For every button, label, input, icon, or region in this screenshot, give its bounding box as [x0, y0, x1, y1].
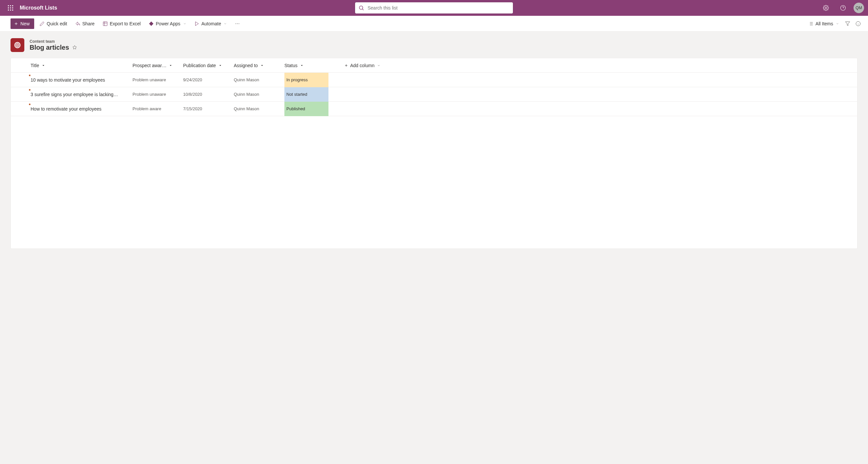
new-item-marker-icon: ✸ — [29, 103, 31, 106]
cell-publication: 9/24/2020 — [183, 77, 234, 82]
help-icon — [840, 5, 846, 11]
svg-point-11 — [825, 7, 827, 9]
cell-prospect: Problem aware — [132, 106, 183, 111]
cell-assigned: Quinn Mason — [234, 92, 284, 97]
cell-assigned: Quinn Mason — [234, 106, 284, 111]
column-label: Prospect awar… — [132, 63, 166, 68]
command-bar: New Quick edit Share Export to Excel Pow… — [0, 16, 868, 32]
table-row[interactable]: ✸ 10 ways to motivate your employees Pro… — [11, 73, 857, 87]
status-badge: In progress — [284, 73, 329, 87]
view-selector[interactable]: All Items — [806, 19, 842, 29]
export-label: Export to Excel — [110, 21, 141, 26]
quick-edit-label: Quick edit — [47, 21, 67, 26]
list-table: Title Prospect awar… Publication date As… — [10, 58, 858, 249]
more-icon — [235, 21, 240, 26]
column-header-prospect[interactable]: Prospect awar… — [132, 63, 183, 68]
cell-status: In progress — [284, 73, 335, 87]
automate-button[interactable]: Automate — [192, 19, 230, 29]
svg-rect-3 — [8, 7, 9, 8]
list-header: Content team Blog articles — [10, 38, 858, 52]
export-button[interactable]: Export to Excel — [100, 19, 143, 29]
svg-rect-7 — [10, 9, 11, 10]
svg-rect-5 — [12, 7, 13, 8]
column-header-title[interactable]: Title — [31, 63, 132, 68]
add-column-button[interactable]: Add column — [335, 63, 380, 68]
column-label: Title — [31, 63, 39, 68]
new-item-marker-icon: ✸ — [29, 89, 31, 91]
cell-status: Published — [284, 102, 335, 116]
svg-point-19 — [236, 23, 236, 24]
svg-rect-8 — [12, 9, 13, 10]
status-badge: Published — [284, 102, 329, 116]
svg-point-9 — [360, 6, 363, 9]
top-bar: Microsoft Lists QM — [0, 0, 868, 16]
chevron-down-icon — [377, 64, 380, 67]
excel-icon — [102, 21, 108, 26]
toolbar-right: All Items — [806, 19, 863, 29]
settings-button[interactable] — [819, 0, 833, 16]
svg-marker-28 — [845, 22, 849, 26]
svg-point-34 — [17, 45, 18, 46]
cell-title: 10 ways to motivate your employees — [31, 77, 132, 83]
svg-point-12 — [841, 6, 846, 10]
plus-icon — [344, 63, 348, 67]
list-title: Blog articles — [30, 44, 69, 51]
table-row[interactable]: ✸ 3 surefire signs your employee is lack… — [11, 87, 857, 102]
info-icon — [856, 21, 861, 26]
svg-line-10 — [362, 9, 364, 10]
column-label: Publication date — [183, 63, 216, 68]
svg-point-20 — [237, 23, 238, 24]
quick-edit-button[interactable]: Quick edit — [37, 19, 70, 29]
power-apps-button[interactable]: Power Apps — [146, 19, 189, 29]
svg-marker-35 — [73, 46, 76, 49]
search-box[interactable] — [355, 2, 513, 13]
column-label: Status — [284, 63, 298, 68]
team-name: Content team — [30, 39, 77, 44]
svg-rect-1 — [10, 5, 11, 6]
star-icon[interactable] — [72, 45, 77, 50]
cell-title: 3 surefire signs your employee is lackin… — [31, 92, 132, 97]
cell-publication: 7/15/2020 — [183, 106, 234, 111]
add-column-label: Add column — [350, 63, 374, 68]
list-header-text: Content team Blog articles — [30, 39, 77, 51]
new-button[interactable]: New — [10, 19, 34, 29]
column-header-publication[interactable]: Publication date — [183, 63, 234, 68]
view-label: All Items — [815, 21, 833, 26]
table-header: Title Prospect awar… Publication date As… — [11, 58, 857, 73]
more-button[interactable] — [232, 19, 243, 29]
column-header-status[interactable]: Status — [284, 63, 335, 68]
column-label: Assigned to — [234, 63, 258, 68]
avatar[interactable]: QM — [854, 3, 864, 13]
status-badge: Not started — [284, 87, 329, 102]
cell-prospect: Problem unaware — [132, 77, 183, 82]
chevron-down-icon — [300, 64, 304, 67]
share-button[interactable]: Share — [72, 19, 97, 29]
table-row[interactable]: ✸ How to remotivate your employees Probl… — [11, 102, 857, 116]
chevron-down-icon — [836, 22, 839, 25]
filter-button[interactable] — [843, 19, 852, 29]
svg-point-21 — [239, 23, 239, 24]
chevron-down-icon — [183, 22, 186, 25]
app-name: Microsoft Lists — [20, 5, 57, 11]
help-button[interactable] — [836, 0, 849, 16]
search-input[interactable] — [368, 5, 509, 10]
target-icon — [14, 41, 21, 49]
list-view-icon — [808, 21, 813, 26]
column-header-assigned[interactable]: Assigned to — [234, 63, 284, 68]
info-button[interactable] — [854, 19, 863, 29]
svg-rect-16 — [103, 22, 107, 26]
column-header-add: Add column — [335, 63, 394, 68]
table-body: ✸ 10 ways to motivate your employees Pro… — [11, 73, 857, 116]
content-area: Content team Blog articles Title Prospec… — [0, 32, 868, 255]
powerapps-icon — [149, 21, 154, 26]
plus-icon — [14, 21, 19, 26]
app-launcher-icon[interactable] — [3, 0, 19, 16]
gear-icon — [823, 5, 829, 11]
chevron-down-icon — [224, 22, 227, 25]
cell-publication: 10/8/2020 — [183, 92, 234, 97]
new-button-label: New — [20, 21, 30, 26]
new-item-marker-icon: ✸ — [29, 74, 31, 77]
power-apps-label: Power Apps — [156, 21, 181, 26]
chevron-down-icon — [169, 64, 172, 67]
share-icon — [75, 21, 80, 26]
